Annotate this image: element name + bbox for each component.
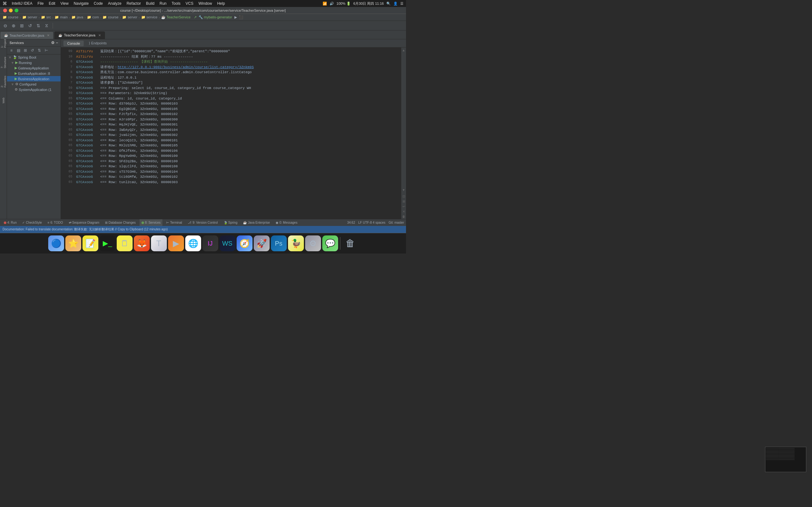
menu-build[interactable]: Build [144,1,157,6]
web-vtab[interactable]: Web [1,98,6,103]
tab-versioncontrol[interactable]: ⎇ 9: Version Control [186,219,220,226]
search-icon[interactable]: 🔍 [386,2,391,6]
tree-item-system[interactable]: ⚙ SystemApplication (1 [7,87,61,92]
menu-navigate[interactable]: Navigate [71,1,91,6]
dock-rocket[interactable]: 🚀 [254,235,270,251]
mybatis-generator[interactable]: 🔧 mybatis-generator [199,15,232,19]
tab-terminal[interactable]: ⊢ Terminal [164,219,184,226]
collapse-btn[interactable]: ≡ [8,47,14,54]
dock-trash[interactable]: 🗑 [342,235,358,251]
refresh-btn[interactable]: ↺ [27,22,34,29]
scroll-icon-3[interactable]: ↩ [401,204,406,209]
dock-firefox[interactable]: 🦊 [134,235,150,251]
bc-item-com[interactable]: 📁 com [87,15,99,19]
sort-btn[interactable]: ⇅ [35,22,42,29]
favorites-vtab[interactable]: 2: Favorites [1,78,6,84]
filter-btn[interactable]: ⧖ [43,22,50,29]
tab-teachercontroller[interactable]: ☕ TeacherController.java ✕ [0,32,54,39]
tab-messages[interactable]: ◉ 0: Messages [274,219,299,226]
user-icon[interactable]: 👤 [393,2,398,6]
dock-systemprefs[interactable]: ⚙ [305,235,321,251]
tab-sequence[interactable]: ⇄ Sequence Diagram [67,219,101,226]
pin-btn[interactable]: ↺ [29,47,36,54]
bc-item-main[interactable]: 📁 main [55,15,67,19]
close-button[interactable] [3,9,7,12]
tab-dbchanges[interactable]: ⊞ Database Changes [103,219,138,226]
menu-code[interactable]: Code [92,1,105,6]
expand-all-btn[interactable]: ⊕ [10,22,17,29]
tab-teacherservice[interactable]: ☕ TeacherService.java ✕ [54,32,105,39]
menu-edit[interactable]: Edit [47,1,58,6]
dock-anki[interactable]: ⭐ [65,235,81,251]
collapse-all-btn[interactable]: ⊖ [2,22,9,29]
tree-item-business[interactable]: ▶ BusinessApplication [7,76,61,81]
bc-item-java[interactable]: 📁 java [71,15,83,19]
scroll-icon-4[interactable]: ✕ [401,209,406,214]
tab-run[interactable]: 4: Run [2,219,18,226]
bc-item-service[interactable]: 📁 service [141,15,158,19]
request-url-link[interactable]: http://127.0.0.1:9002/business/admin/cou… [118,65,254,69]
dock-webstorm[interactable]: WS [219,235,235,251]
scroll-icon-2[interactable]: ⊞ [401,199,406,204]
dock-typora[interactable]: T [151,235,167,251]
structure-vtab[interactable]: 7: Structure [1,60,6,65]
tree-item-eureka[interactable]: ▶ EurekaApplication :8 [7,71,61,76]
dock-infuse[interactable]: ▶ [168,235,184,251]
dock-wechat[interactable]: 💬 [322,235,338,251]
menu-window[interactable]: Window [196,1,214,6]
tree-item-gateway[interactable]: ▶ GatewayApplication [7,65,61,71]
sidebar-minimize-icon[interactable]: − [56,41,58,45]
menu-view[interactable]: View [58,1,71,6]
stop-button-toolbar[interactable]: ⬛ [239,15,243,19]
menu-analyze[interactable]: Analyze [106,1,124,6]
sidebar-settings-icon[interactable]: ⚙ [51,41,55,45]
filter-services-btn[interactable]: ⊢ [43,47,49,54]
tab-todo[interactable]: ≡ 6: TODO [46,219,65,226]
tree-item-springboot[interactable]: ▼ 🍃 Spring Boot [7,55,61,60]
bc-item-server2[interactable]: 📁 server [122,15,137,19]
minimize-button[interactable] [9,9,13,12]
dock-notability[interactable]: 📝 [83,235,98,251]
menu-run[interactable]: Run [157,1,169,6]
dock-intellij[interactable]: IJ [202,235,218,251]
close-tab-active-btn[interactable]: ✕ [98,34,101,37]
project-vtab[interactable]: 1: Project [1,41,6,46]
scroll-down-btn[interactable]: ▼ [401,187,406,192]
tree-item-running[interactable]: ▼ ▶ Running [7,60,61,65]
bc-item-teacherservice[interactable]: ☕ TeacherService [161,15,191,19]
scroll-icon-1[interactable]: ⊡ [401,193,406,199]
group-services-btn[interactable]: ⊞ [22,47,29,54]
menu-file[interactable]: File [35,1,46,6]
dock-notes[interactable]: 🗒 [117,235,133,251]
bc-item-course[interactable]: 📁 course [3,15,18,19]
menu-icon[interactable]: ☰ [400,2,403,6]
tab-console[interactable]: Console [63,41,84,46]
close-tab-btn[interactable]: ✕ [47,34,49,37]
dock-chrome[interactable]: 🌐 [185,235,201,251]
scroll-icon-5[interactable]: 🗑 [401,214,406,219]
scroll-up-btn[interactable]: ▲ [401,48,406,53]
tab-javaenterprise[interactable]: ☕ Java Enterprise [241,219,271,226]
apple-menu-icon[interactable]: ⌘ [3,1,7,6]
menu-refactor[interactable]: Refactor [124,1,143,6]
menu-vcs[interactable]: VCS [183,1,196,6]
dock-safari[interactable]: 🧭 [237,235,252,251]
menu-tools[interactable]: Tools [169,1,183,6]
bc-item-src[interactable]: 📁 src [41,15,51,19]
tab-services[interactable]: 8: Services [140,219,162,226]
console-content[interactable]: 09 A1T1LrVu 返回结果：[{"id":"00000100","name… [61,48,401,219]
menu-help[interactable]: Help [215,1,227,6]
run-button-toolbar[interactable]: ▶ [235,15,237,19]
bc-item-course2[interactable]: 📁 course [102,15,118,19]
group-btn[interactable]: ⊞ [18,22,26,29]
dock-terminal[interactable]: ▶_ [100,235,115,251]
sort-services-btn[interactable]: ⇅ [36,47,43,54]
tab-checkstyle[interactable]: ✓ CheckStyle [20,219,44,226]
dock-finder[interactable]: 🔵 [48,235,64,251]
maximize-button[interactable] [14,9,18,12]
expand-btn[interactable]: ▤ [15,47,21,54]
menu-intellij[interactable]: IntelliJ IDEA [9,1,35,6]
tree-item-configured[interactable]: ▼ ⚙ Configured [7,81,61,87]
tab-endpoints[interactable]: ⟩ Endpoints [85,40,110,46]
bc-item-server[interactable]: 📁 server [22,15,38,19]
